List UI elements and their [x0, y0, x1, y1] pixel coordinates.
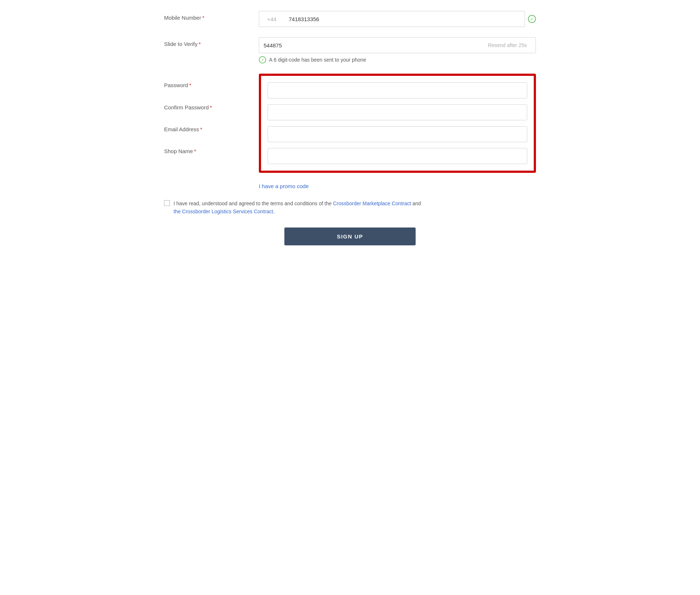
logistics-contract-link[interactable]: the Crossborder Logistics Services Contr… [174, 209, 273, 214]
signup-button[interactable]: SIGN UP [284, 228, 416, 245]
terms-checkbox[interactable] [164, 200, 170, 206]
password-input[interactable] [268, 82, 527, 98]
required-indicator: * [210, 104, 212, 110]
mobile-field-group: +44 [259, 11, 525, 27]
signup-button-row: SIGN UP [164, 228, 536, 245]
required-indicator: * [199, 41, 201, 47]
terms-row: I have read, understood and agreed to th… [164, 199, 536, 216]
slide-verify-label: Slide to Verify* [164, 37, 259, 47]
mobile-input-wrapper: +44 ✓ [259, 11, 536, 27]
slide-verify-row: Slide to Verify* 544875 Resend after 25s… [164, 37, 536, 63]
required-indicator: * [202, 15, 205, 21]
terms-text: I have read, understood and agreed to th… [174, 199, 421, 216]
required-indicator: * [194, 148, 196, 154]
verification-message: ✓ A 6 digit-code has been sent to your p… [259, 56, 536, 63]
shop-name-label-row: Shop Name * [164, 140, 259, 162]
required-indicator: * [189, 82, 191, 88]
password-label-row: Password * [164, 74, 259, 96]
mobile-input-row: +44 ✓ [259, 11, 536, 27]
email-label-row: Email Address * [164, 118, 259, 140]
slide-verify-wrapper: 544875 Resend after 25s ✓ A 6 digit-code… [259, 37, 536, 63]
shop-name-input[interactable] [268, 148, 527, 164]
promo-code-link[interactable]: I have a promo code [259, 183, 536, 189]
verification-check-icon: ✓ [259, 56, 266, 63]
highlighted-inputs-wrapper [259, 74, 536, 173]
mobile-label: Mobile Number* [164, 11, 259, 21]
mobile-number-row: Mobile Number* +44 ✓ [164, 11, 536, 27]
red-highlight-box [259, 74, 536, 173]
country-code-display: +44 [259, 11, 284, 27]
otp-value-display: 544875 [264, 42, 488, 48]
otp-input-box[interactable]: 544875 Resend after 25s [259, 37, 536, 53]
marketplace-contract-link[interactable]: Crossborder Marketplace Contract [333, 201, 411, 206]
mobile-number-input[interactable] [284, 11, 525, 27]
confirm-password-label-row: Confirm Password * [164, 96, 259, 118]
required-indicator: * [200, 126, 202, 132]
labels-column: Password * Confirm Password * Email Addr… [164, 74, 259, 173]
highlighted-fields-section: Password * Confirm Password * Email Addr… [164, 74, 536, 173]
resend-text: Resend after 25s [488, 42, 531, 48]
mobile-verified-icon: ✓ [528, 15, 536, 23]
email-input[interactable] [268, 126, 527, 142]
confirm-password-input[interactable] [268, 104, 527, 120]
